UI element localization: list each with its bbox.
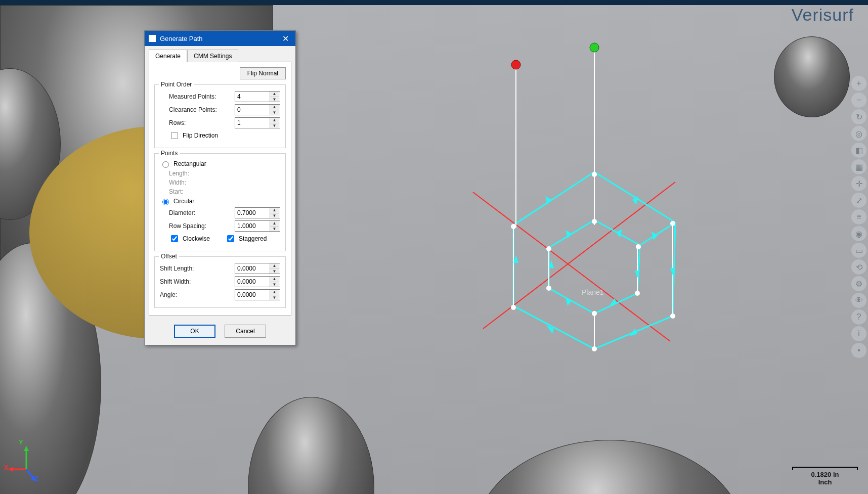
- refresh-icon[interactable]: ⟲: [851, 259, 866, 275]
- svg-point-34: [546, 286, 551, 291]
- dialog-tabs: Generate CMM Settings: [145, 46, 295, 62]
- tab-cmm-settings[interactable]: CMM Settings: [187, 50, 238, 62]
- dialog-titlebar[interactable]: Generate Path ✕: [145, 31, 295, 46]
- spin-up-icon[interactable]: ▲: [270, 105, 279, 110]
- cube-icon[interactable]: ◧: [851, 143, 866, 158]
- svg-marker-23: [566, 230, 572, 239]
- dot-icon[interactable]: •: [851, 343, 866, 358]
- svg-marker-22: [549, 260, 554, 268]
- svg-marker-21: [566, 297, 572, 306]
- 3d-canvas[interactable]: Plane1: [0, 5, 868, 494]
- help-icon[interactable]: ?: [851, 309, 866, 325]
- spin-down-icon[interactable]: ▼: [270, 123, 279, 128]
- snap-icon[interactable]: ◉: [851, 226, 866, 241]
- plus-icon[interactable]: +: [851, 76, 866, 91]
- svg-marker-39: [9, 467, 13, 472]
- rows-input[interactable]: ▲▼: [235, 117, 280, 128]
- label-width: Width:: [169, 179, 280, 186]
- spin-up-icon[interactable]: ▲: [270, 221, 279, 227]
- scale-value: 0.1820 in: [792, 471, 858, 478]
- diameter-input[interactable]: ▲▼: [235, 207, 280, 218]
- model-hole: [473, 440, 746, 494]
- clockwise-checkbox[interactable]: Clockwise: [169, 234, 210, 244]
- label-start: Start:: [169, 188, 280, 195]
- flip-direction-checkbox[interactable]: Flip Direction: [169, 130, 218, 141]
- svg-point-28: [511, 305, 516, 310]
- rectangular-radio[interactable]: Rectangular: [160, 160, 206, 168]
- axis-icon[interactable]: ✛: [851, 176, 866, 191]
- spin-up-icon[interactable]: ▲: [270, 290, 279, 295]
- group-title: Offset: [159, 253, 179, 260]
- view-icon[interactable]: ▭: [851, 243, 866, 258]
- svg-point-37: [590, 43, 599, 52]
- svg-point-35: [546, 246, 551, 251]
- svg-point-30: [592, 219, 597, 224]
- rotate-icon[interactable]: ↻: [851, 109, 866, 124]
- spin-down-icon[interactable]: ▼: [270, 97, 279, 102]
- spin-up-icon[interactable]: ▲: [270, 118, 279, 123]
- minus-icon[interactable]: −: [851, 93, 866, 108]
- label-length: Length:: [169, 170, 280, 177]
- close-icon[interactable]: ✕: [275, 31, 295, 46]
- svg-point-32: [635, 291, 640, 296]
- label-clearance-points: Clearance Points:: [160, 106, 235, 113]
- axis-z-label: Z: [34, 475, 38, 482]
- spin-up-icon[interactable]: ▲: [270, 208, 279, 213]
- layers-icon[interactable]: ≡: [851, 209, 866, 224]
- ok-button[interactable]: OK: [174, 325, 215, 338]
- spin-down-icon[interactable]: ▼: [270, 295, 279, 300]
- shift-length-input[interactable]: ▲▼: [235, 263, 280, 274]
- label-diameter: Diameter:: [160, 209, 235, 216]
- spin-down-icon[interactable]: ▼: [270, 227, 279, 232]
- svg-point-36: [511, 60, 520, 69]
- tab-generate[interactable]: Generate: [149, 50, 187, 62]
- spin-down-icon[interactable]: ▼: [270, 269, 279, 274]
- expand-icon[interactable]: ⤢: [851, 193, 866, 208]
- scale-widget: 0.1820 in Inch: [792, 467, 858, 486]
- label-shift-width: Shift Width:: [160, 278, 235, 285]
- label-rows: Rows:: [160, 119, 235, 126]
- group-points: Points Rectangular Length: Width: Start:…: [154, 153, 286, 251]
- spin-up-icon[interactable]: ▲: [270, 263, 279, 269]
- row-spacing-input[interactable]: ▲▼: [235, 220, 280, 232]
- circular-radio[interactable]: Circular: [160, 197, 194, 205]
- spin-down-icon[interactable]: ▼: [270, 110, 279, 115]
- spin-down-icon[interactable]: ▼: [270, 282, 279, 287]
- label-shift-length: Shift Length:: [160, 265, 235, 272]
- svg-point-27: [592, 346, 597, 351]
- app-icon: [149, 35, 156, 42]
- info-icon[interactable]: i: [851, 326, 866, 341]
- model-hole: [774, 36, 850, 117]
- spin-down-icon[interactable]: ▼: [270, 213, 279, 218]
- svg-point-24: [592, 172, 597, 177]
- svg-marker-19: [635, 271, 640, 278]
- svg-marker-17: [652, 232, 658, 240]
- axis-x-label: X: [4, 464, 9, 471]
- svg-line-1: [483, 182, 675, 329]
- svg-line-0: [473, 192, 670, 341]
- staggered-checkbox[interactable]: Staggered: [225, 234, 267, 244]
- label-row-spacing: Row Spacing:: [160, 222, 235, 230]
- svg-marker-20: [610, 298, 617, 306]
- eye-icon[interactable]: 👁: [851, 293, 866, 308]
- spin-up-icon[interactable]: ▲: [270, 92, 279, 97]
- settings-icon[interactable]: ⚙: [851, 276, 866, 291]
- measured-points-input[interactable]: ▲▼: [235, 91, 280, 102]
- spin-up-icon[interactable]: ▲: [270, 277, 279, 282]
- clearance-points-input[interactable]: ▲▼: [235, 104, 280, 115]
- svg-marker-13: [630, 329, 637, 336]
- grid-icon[interactable]: ▦: [851, 159, 866, 174]
- cancel-button[interactable]: Cancel: [225, 325, 266, 338]
- plane-label: Plane1: [582, 288, 604, 296]
- viewport: Plane1 Verisurf + − ↻ ◎ ◧ ▦ ✛ ⤢ ≡ ◉ ▭ ⟲ …: [0, 0, 868, 494]
- svg-marker-16: [545, 196, 551, 205]
- flip-normal-button[interactable]: Flip Normal: [240, 67, 286, 79]
- group-point-order: Point Order Measured Points: ▲▼ Clearanc…: [154, 84, 286, 148]
- target-icon[interactable]: ◎: [851, 126, 866, 141]
- axis-triad: X Y Z: [6, 441, 47, 482]
- angle-input[interactable]: ▲▼: [235, 289, 280, 300]
- svg-point-25: [670, 221, 675, 226]
- svg-marker-14: [546, 325, 554, 334]
- shift-width-input[interactable]: ▲▼: [235, 276, 280, 287]
- svg-point-26: [670, 313, 675, 319]
